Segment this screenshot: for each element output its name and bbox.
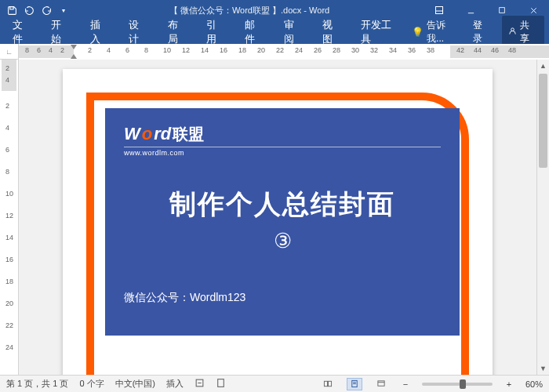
svg-rect-14 bbox=[378, 381, 384, 386]
ribbon-tabs: 文件 开始 插入 设计 布局 引用 邮件 审阅 视图 开发工具 💡 告诉我...… bbox=[0, 20, 549, 44]
view-print-icon[interactable] bbox=[347, 378, 362, 390]
logo-o: o bbox=[142, 124, 152, 144]
tab-references[interactable]: 引用 bbox=[198, 20, 234, 44]
scroll-thumb[interactable] bbox=[539, 74, 547, 168]
save-icon[interactable] bbox=[6, 5, 17, 16]
tab-developer[interactable]: 开发工具 bbox=[353, 20, 409, 44]
zoom-value[interactable]: 60% bbox=[525, 379, 543, 389]
svg-point-6 bbox=[511, 28, 514, 31]
svg-rect-10 bbox=[328, 381, 331, 386]
redo-icon[interactable] bbox=[41, 5, 52, 16]
view-web-icon[interactable] bbox=[373, 378, 389, 390]
login-button[interactable]: 登录 bbox=[465, 19, 499, 45]
zoom-in-button[interactable]: + bbox=[504, 379, 514, 389]
tab-design[interactable]: 设计 bbox=[121, 20, 156, 44]
svg-rect-3 bbox=[500, 8, 505, 13]
undo-icon[interactable] bbox=[24, 5, 35, 16]
tab-file[interactable]: 文件 bbox=[5, 20, 40, 44]
tab-view[interactable]: 视图 bbox=[314, 20, 350, 44]
svg-rect-9 bbox=[324, 381, 327, 386]
logo: Word联盟 www.wordlm.com bbox=[124, 124, 441, 157]
tell-me[interactable]: 💡 告诉我... bbox=[412, 19, 461, 45]
ribbon-options-icon[interactable] bbox=[424, 0, 455, 20]
tell-me-label: 告诉我... bbox=[427, 19, 461, 45]
zoom-knob[interactable] bbox=[460, 379, 466, 389]
logo-rd: rd bbox=[154, 124, 171, 144]
tab-mailings[interactable]: 邮件 bbox=[237, 20, 272, 44]
horizontal-ruler[interactable]: ∟ 86422468101214161820222426283032343638… bbox=[0, 44, 549, 60]
status-words[interactable]: 0 个字 bbox=[79, 378, 104, 390]
main-title: 制作个人总结封面 bbox=[124, 187, 441, 223]
vertical-ruler[interactable]: 2424681012141618202224 bbox=[0, 60, 19, 375]
qat-dropdown-icon[interactable]: ▾ bbox=[58, 5, 69, 16]
quick-access-toolbar: ▾ bbox=[0, 5, 75, 16]
titlebar: ▾ 【 微信公众号：Word联盟 】.docx - Word bbox=[0, 0, 549, 20]
tab-review[interactable]: 审阅 bbox=[276, 20, 311, 44]
minimize-icon[interactable] bbox=[455, 0, 486, 20]
svg-rect-1 bbox=[436, 7, 443, 14]
subtitle: 微信公众号：Wordlm123 bbox=[124, 291, 441, 305]
statusbar: 第 1 页，共 1 页 0 个字 中文(中国) 插入 − + 60% bbox=[0, 375, 549, 392]
status-page[interactable]: 第 1 页，共 1 页 bbox=[6, 378, 68, 390]
vertical-scrollbar[interactable]: ▲ ▼ bbox=[536, 60, 549, 375]
status-language[interactable]: 中文(中国) bbox=[115, 378, 155, 390]
zoom-out-button[interactable]: − bbox=[400, 379, 411, 389]
share-icon bbox=[508, 27, 517, 38]
circled-number: ③ bbox=[124, 229, 441, 253]
document-canvas[interactable]: Word联盟 www.wordlm.com 制作个人总结封面 ③ 微信公众号：W… bbox=[19, 60, 536, 375]
workspace: 2424681012141618202224 Word联盟 www.wordlm… bbox=[0, 60, 549, 375]
status-mode[interactable]: 插入 bbox=[166, 378, 184, 390]
svg-rect-0 bbox=[9, 6, 13, 9]
logo-suffix: 联盟 bbox=[173, 124, 204, 145]
page: Word联盟 www.wordlm.com 制作个人总结封面 ③ 微信公众号：W… bbox=[63, 69, 493, 375]
zoom-slider[interactable] bbox=[422, 383, 493, 386]
ruler-corner: ∟ bbox=[0, 44, 19, 60]
tab-home[interactable]: 开始 bbox=[43, 20, 78, 44]
logo-url: www.wordlm.com bbox=[124, 147, 441, 157]
share-label: 共享 bbox=[520, 19, 538, 45]
blue-panel: Word联盟 www.wordlm.com 制作个人总结封面 ③ 微信公众号：W… bbox=[105, 108, 460, 336]
lightbulb-icon: 💡 bbox=[412, 27, 424, 38]
scroll-down-icon[interactable]: ▼ bbox=[537, 362, 549, 375]
macro-icon[interactable] bbox=[216, 378, 226, 390]
tab-layout[interactable]: 布局 bbox=[160, 20, 195, 44]
tab-insert[interactable]: 插入 bbox=[82, 20, 118, 44]
view-read-icon[interactable] bbox=[320, 378, 336, 390]
logo-w: W bbox=[124, 124, 140, 144]
scroll-up-icon[interactable]: ▲ bbox=[537, 60, 549, 72]
track-changes-icon[interactable] bbox=[195, 378, 205, 390]
window-title: 【 微信公众号：Word联盟 】.docx - Word bbox=[75, 5, 424, 16]
svg-rect-8 bbox=[218, 379, 224, 387]
